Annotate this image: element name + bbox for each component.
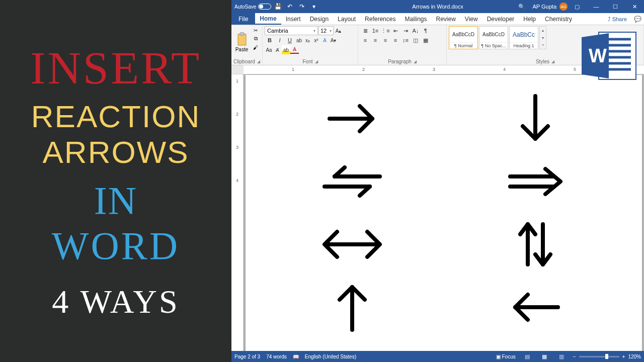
shrink-font-icon[interactable]: A▾	[329, 36, 338, 45]
tab-references[interactable]: References	[360, 13, 400, 25]
status-spell-icon[interactable]: 📖	[293, 354, 299, 359]
redo-icon[interactable]: ↷	[296, 1, 307, 12]
clipboard-launcher-icon[interactable]: ◢	[257, 59, 260, 64]
shading-icon[interactable]: ◫	[411, 36, 421, 45]
maximize-icon[interactable]: ☐	[606, 0, 625, 13]
sort-icon[interactable]: A↓	[411, 26, 421, 35]
numbering-icon[interactable]: 1≡	[370, 26, 380, 35]
paste-icon	[236, 32, 248, 46]
increase-indent-icon[interactable]: ⇥	[400, 26, 411, 35]
italic-icon[interactable]: I	[275, 36, 285, 45]
justify-icon[interactable]: ≡	[390, 36, 400, 45]
share-button[interactable]: ⤴Share	[604, 13, 631, 25]
status-words[interactable]: 74 words	[266, 354, 287, 359]
autosave-toggle[interactable]: AutoSave	[234, 4, 271, 10]
title-bar: AutoSave 💾 ↶ ↷ ▾ Arrows in Word.docx 🔍 A…	[231, 0, 644, 13]
tab-chemistry[interactable]: Chemistry	[540, 13, 577, 25]
copy-icon[interactable]: ⧉	[251, 35, 260, 43]
search-icon[interactable]: 🔍	[512, 0, 532, 13]
read-mode-icon[interactable]: ▤	[522, 352, 533, 361]
svg-rect-0	[238, 34, 246, 45]
ribbon-display-icon[interactable]: ▢	[568, 0, 587, 13]
align-right-icon[interactable]: ≡	[380, 36, 390, 45]
subscript-icon[interactable]: x₂	[303, 36, 312, 45]
vertical-ruler[interactable]: 1 2 3 4	[231, 74, 244, 351]
ribbon-tabs: File Home Insert Design Layout Reference…	[231, 13, 644, 25]
zoom-slider[interactable]	[579, 356, 619, 357]
arrow-left-icon	[508, 287, 563, 327]
ruler-tick: 2	[362, 67, 365, 72]
focus-mode[interactable]: ▣ Focus	[496, 354, 516, 359]
user-name[interactable]: AP Gupta	[532, 0, 558, 13]
user-avatar[interactable]: AG	[559, 3, 568, 11]
tab-home[interactable]: Home	[255, 13, 281, 25]
ruler-tick: 4	[503, 67, 506, 72]
clear-format-icon[interactable]: A̸	[273, 45, 282, 54]
paste-button[interactable]: Paste	[233, 26, 250, 58]
change-case-icon[interactable]: Aa	[265, 45, 273, 54]
style-name: ¶ No Spac...	[479, 42, 508, 49]
vruler-tick: 3	[236, 145, 238, 150]
cut-icon[interactable]: ✂	[251, 26, 260, 34]
document-area: 1 2 3 4	[231, 74, 644, 351]
tab-insert[interactable]: Insert	[281, 13, 305, 25]
font-size-combo[interactable]: 12▾	[318, 26, 334, 35]
print-layout-icon[interactable]: ▦	[539, 352, 550, 361]
line-spacing-icon[interactable]: ↕≡	[400, 36, 411, 45]
multilevel-icon[interactable]: ⋮≡	[380, 26, 390, 35]
underline-icon[interactable]: U	[285, 36, 295, 45]
grow-font-icon[interactable]: A▴	[334, 26, 343, 35]
tab-view[interactable]: View	[460, 13, 482, 25]
bold-icon[interactable]: B	[265, 36, 275, 45]
vruler-tick: 1	[236, 78, 238, 83]
format-painter-icon[interactable]: 🖌	[251, 43, 260, 51]
minimize-icon[interactable]: —	[587, 0, 606, 13]
clipboard-group-label: Clipboard	[233, 59, 255, 64]
close-icon[interactable]: ✕	[625, 0, 644, 13]
align-center-icon[interactable]: ≡	[370, 36, 380, 45]
status-page[interactable]: Page 2 of 3	[234, 354, 260, 359]
paste-label: Paste	[235, 47, 249, 52]
font-launcher-icon[interactable]: ◢	[315, 59, 318, 64]
align-left-icon[interactable]: ≡	[360, 36, 370, 45]
styles-gallery-more[interactable]: ▴ ▾ ▿	[539, 26, 546, 49]
promo-line-word: WORD	[52, 223, 180, 268]
document-page[interactable]	[246, 75, 642, 351]
zoom-out-icon[interactable]: −	[573, 354, 576, 359]
bullets-icon[interactable]: ≣	[360, 26, 370, 35]
style-normal[interactable]: AaBbCcD ¶ Normal	[449, 26, 478, 49]
status-language[interactable]: English (United States)	[305, 354, 356, 359]
tab-review[interactable]: Review	[431, 13, 460, 25]
tab-layout[interactable]: Layout	[333, 13, 360, 25]
borders-icon[interactable]: ▦	[421, 36, 431, 45]
undo-icon[interactable]: ↶	[284, 1, 295, 12]
highlight-icon[interactable]: ab	[282, 45, 290, 54]
vruler-tick: 4	[236, 178, 238, 183]
tab-help[interactable]: Help	[519, 13, 540, 25]
autosave-pill-icon	[258, 4, 271, 10]
tab-file[interactable]: File	[231, 13, 255, 25]
qat-more-icon[interactable]: ▾	[308, 1, 319, 12]
text-effects-icon[interactable]: A	[320, 36, 329, 45]
show-marks-icon[interactable]: ¶	[421, 26, 431, 35]
decrease-indent-icon[interactable]: ⇤	[390, 26, 400, 35]
paragraph-group-label: Paragraph	[388, 59, 412, 64]
styles-launcher-icon[interactable]: ◢	[551, 59, 554, 64]
strike-icon[interactable]: ab	[295, 36, 303, 45]
style-heading1[interactable]: AaBbCc Heading 1	[509, 26, 538, 49]
tab-developer[interactable]: Developer	[482, 13, 519, 25]
font-color-icon[interactable]: A	[290, 46, 299, 54]
group-clipboard: Paste ✂ ⧉ 🖌 Clipboard◢	[231, 25, 263, 65]
zoom-in-icon[interactable]: +	[622, 354, 625, 359]
arrow-double-right-icon	[505, 164, 566, 199]
save-icon[interactable]: 💾	[272, 1, 283, 12]
web-layout-icon[interactable]: ▥	[556, 352, 567, 361]
tab-mailings[interactable]: Mailings	[400, 13, 431, 25]
tab-design[interactable]: Design	[305, 13, 333, 25]
paragraph-launcher-icon[interactable]: ◢	[414, 59, 417, 64]
font-name-combo[interactable]: Cambria▾	[265, 26, 318, 35]
superscript-icon[interactable]: x²	[312, 36, 320, 45]
comments-icon[interactable]: 💬	[631, 13, 644, 25]
zoom-level[interactable]: 120%	[628, 354, 641, 359]
style-no-spacing[interactable]: AaBbCcD ¶ No Spac...	[479, 26, 508, 49]
